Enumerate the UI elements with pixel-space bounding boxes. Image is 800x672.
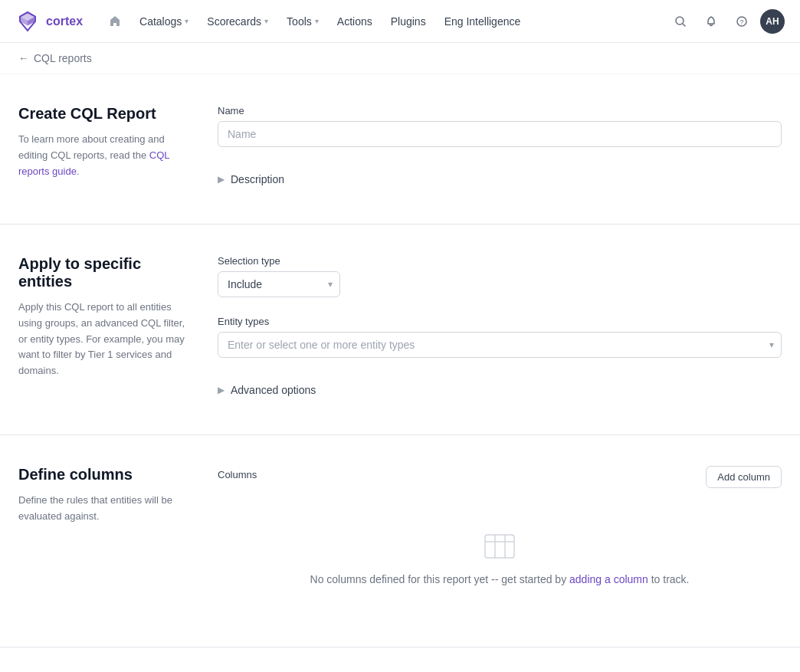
entities-section-right: Selection type Include Exclude ▾ Entity … [218, 255, 782, 404]
columns-section-right: Columns Add column No columns defined fo… [218, 466, 782, 616]
notifications-icon [705, 15, 717, 28]
section-right-form: Name ▶ Description [218, 105, 782, 193]
home-icon [109, 15, 121, 28]
nav-home[interactable] [101, 11, 129, 32]
description-chevron-icon: ▶ [218, 174, 225, 185]
notifications-button[interactable] [699, 9, 723, 34]
final-section: All set? You'll be able to configure thi… [0, 647, 800, 672]
columns-description: Define the rules that entities will be e… [18, 493, 187, 525]
selection-type-label: Selection type [218, 255, 782, 267]
search-icon [674, 15, 687, 28]
advanced-options-chevron-icon: ▶ [218, 385, 225, 395]
columns-empty-state: No columns defined for this report yet -… [218, 503, 782, 616]
name-label: Name [218, 105, 782, 116]
adding-column-link[interactable]: adding a column [569, 573, 648, 585]
entity-types-select-wrapper: Enter or select one or more entity types… [218, 332, 782, 358]
entity-types-select[interactable]: Enter or select one or more entity types [218, 332, 782, 358]
entity-types-group: Entity types Enter or select one or more… [218, 316, 782, 358]
navbar: cortex Catalogs ▾ Scorecards ▾ Tools ▾ A… [0, 0, 800, 43]
page-title: Create CQL Report [18, 105, 187, 123]
selection-type-group: Selection type Include Exclude ▾ [218, 255, 782, 297]
tools-chevron: ▾ [315, 17, 319, 25]
description-collapsible[interactable]: ▶ Description [218, 166, 782, 193]
user-avatar[interactable]: AH [760, 9, 785, 34]
advanced-options-collapsible[interactable]: ▶ Advanced options [218, 376, 782, 404]
help-button[interactable]: ? [730, 9, 754, 34]
cortex-logo-icon [15, 9, 40, 34]
add-column-button[interactable]: Add column [706, 466, 782, 488]
breadcrumb-back-link[interactable]: ← CQL reports [18, 52, 92, 64]
nav-plugins[interactable]: Plugins [383, 11, 434, 32]
entities-section-left: Apply to specific entities Apply this CQ… [18, 255, 218, 404]
navbar-icons: ? AH [668, 9, 785, 34]
help-icon: ? [736, 15, 748, 28]
section-left-info: Create CQL Report To learn more about cr… [18, 105, 218, 193]
nav-scorecards[interactable]: Scorecards ▾ [199, 11, 276, 32]
back-arrow-icon: ← [18, 52, 29, 64]
nav-catalogs[interactable]: Catalogs ▾ [132, 11, 196, 32]
brand-name: cortex [46, 15, 83, 28]
name-field-group: Name [218, 105, 782, 147]
svg-line-1 [683, 24, 685, 26]
entities-description: Apply this CQL report to all entities us… [18, 300, 187, 379]
entities-section: Apply to specific entities Apply this CQ… [0, 225, 800, 435]
selection-type-select-wrapper: Include Exclude ▾ [218, 271, 340, 297]
columns-title: Define columns [18, 466, 187, 484]
columns-section-left: Define columns Define the rules that ent… [18, 466, 218, 616]
columns-header: Columns Add column [218, 466, 782, 488]
table-icon [484, 534, 515, 561]
entities-title: Apply to specific entities [18, 255, 187, 290]
columns-label: Columns [218, 469, 257, 480]
brand-logo[interactable]: cortex [15, 9, 83, 34]
breadcrumb: ← CQL reports [0, 43, 800, 74]
columns-empty-text: No columns defined for this report yet -… [310, 573, 690, 585]
page-description: To learn more about creating and editing… [18, 132, 187, 179]
name-input[interactable] [218, 121, 782, 147]
create-report-section: Create CQL Report To learn more about cr… [0, 74, 800, 225]
nav-actions[interactable]: Actions [330, 11, 380, 32]
selection-type-select[interactable]: Include Exclude [218, 271, 340, 297]
catalogs-chevron: ▾ [185, 17, 189, 25]
search-button[interactable] [668, 9, 693, 34]
columns-section: Define columns Define the rules that ent… [0, 435, 800, 647]
scorecards-chevron: ▾ [264, 17, 268, 25]
svg-text:?: ? [739, 18, 743, 26]
nav-eng-intelligence[interactable]: Eng Intelligence [437, 11, 529, 32]
svg-rect-4 [485, 535, 514, 558]
entity-types-label: Entity types [218, 316, 782, 327]
main-nav: Catalogs ▾ Scorecards ▾ Tools ▾ Actions … [101, 11, 668, 32]
nav-tools[interactable]: Tools ▾ [279, 11, 326, 32]
